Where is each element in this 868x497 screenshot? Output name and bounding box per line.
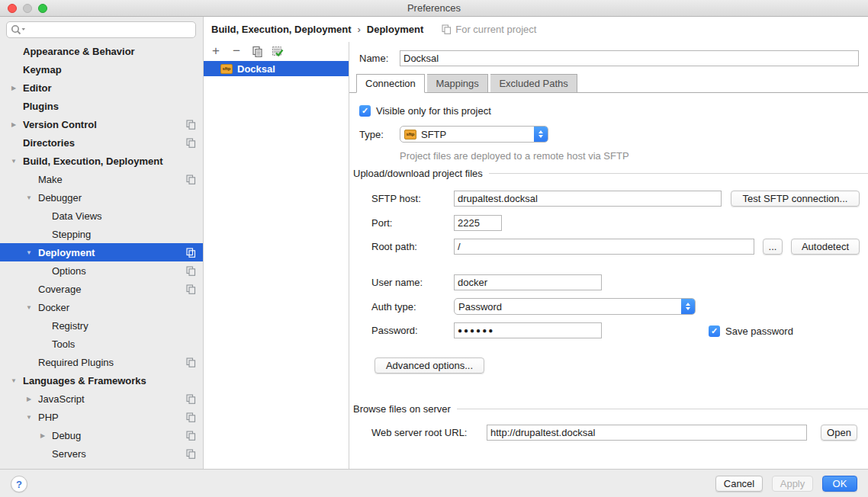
sidebar-item-options[interactable]: ▶Options: [0, 261, 203, 280]
sidebar-item-servers[interactable]: ▶Servers: [0, 444, 203, 463]
sftp-host-input[interactable]: [454, 191, 722, 207]
visible-project-checkbox[interactable]: ✓: [359, 105, 371, 117]
preferences-window: Preferences ▶Appearance & Behavior▶Keyma…: [0, 0, 868, 497]
sidebar-item-stepping[interactable]: ▶Stepping: [0, 225, 203, 243]
per-project-pages-icon: [186, 449, 196, 459]
use-as-default-icon[interactable]: [271, 44, 285, 58]
sidebar-item-appearance-behavior[interactable]: ▶Appearance & Behavior: [0, 42, 203, 60]
tab-excluded-paths[interactable]: Excluded Paths: [490, 74, 577, 93]
root-path-input[interactable]: [454, 239, 754, 255]
settings-search-input[interactable]: [6, 21, 196, 38]
expand-arrow-icon[interactable]: ▶: [9, 121, 18, 128]
sidebar-item-data-views[interactable]: ▶Data Views: [0, 207, 203, 225]
sidebar-item-label: Data Views: [52, 210, 102, 222]
visible-project-label: Visible only for this project: [376, 105, 491, 117]
settings-tree: ▶Appearance & Behavior▶Keymap▶Editor▶Plu…: [0, 42, 203, 463]
sidebar-item-registry[interactable]: ▶Registry: [0, 316, 203, 335]
add-icon[interactable]: +: [209, 44, 223, 58]
sidebar-item-debugger[interactable]: ▼Debugger: [0, 188, 203, 207]
sidebar-item-label: Appearance & Behavior: [23, 46, 135, 57]
sidebar-item-label: Debug: [52, 430, 81, 441]
expand-arrow-icon[interactable]: ▶: [38, 432, 47, 439]
collapse-arrow-icon[interactable]: ▼: [24, 194, 34, 201]
sidebar-item-label: Directories: [23, 137, 75, 149]
port-label: Port:: [371, 215, 392, 231]
sidebar-item-label: Docker: [38, 302, 69, 313]
search-icon: [11, 24, 27, 35]
password-input[interactable]: [454, 322, 602, 338]
test-sftp-connection-button[interactable]: Test SFTP connection...: [731, 191, 860, 207]
user-name-label: User name:: [371, 274, 423, 290]
open-url-button[interactable]: Open: [821, 425, 857, 441]
sidebar-item-label: Plugins: [23, 101, 59, 112]
web-root-input[interactable]: [487, 425, 807, 441]
per-project-pages-icon: [186, 358, 196, 367]
browse-section-label: Browse files on server: [353, 403, 451, 415]
port-input[interactable]: [454, 215, 502, 231]
sidebar-item-version-control[interactable]: ▶Version Control: [0, 115, 203, 133]
copy-icon[interactable]: [250, 44, 264, 58]
per-project-pages-icon: [186, 412, 196, 422]
collapse-arrow-icon[interactable]: ▼: [24, 249, 34, 256]
server-list-pane: + − sftp: [204, 42, 349, 469]
dropdown-stepper-icon: [681, 299, 695, 314]
per-project-pages-icon: [186, 284, 196, 294]
sidebar-item-make[interactable]: ▶Make: [0, 170, 203, 188]
sidebar-item-coverage[interactable]: ▶Coverage: [0, 280, 203, 298]
user-name-input[interactable]: [454, 274, 602, 290]
sidebar-item-label: Languages & Frameworks: [23, 375, 146, 386]
sidebar-item-required-plugins[interactable]: ▶Required Plugins: [0, 353, 203, 371]
ok-button[interactable]: OK: [822, 476, 857, 492]
upload-section-header: Upload/download project files: [353, 168, 868, 179]
save-password-checkbox[interactable]: ✓: [709, 325, 720, 337]
sftp-type-icon: sftp: [404, 130, 416, 139]
sidebar-item-directories[interactable]: ▶Directories: [0, 133, 203, 152]
sidebar-item-docker[interactable]: ▼Docker: [0, 298, 203, 316]
cancel-button[interactable]: Cancel: [715, 476, 763, 492]
help-button[interactable]: ?: [11, 476, 27, 492]
tab-connection[interactable]: Connection: [356, 74, 425, 93]
expand-arrow-icon[interactable]: ▶: [24, 396, 34, 402]
browse-root-path-button[interactable]: ...: [763, 239, 783, 255]
auth-type-value: Password: [458, 301, 502, 313]
sidebar-item-keymap[interactable]: ▶Keymap: [0, 60, 203, 79]
type-label-wrap: Type:: [359, 126, 384, 143]
type-dropdown[interactable]: sftp SFTP: [400, 126, 548, 143]
advanced-options-button[interactable]: Advanced options...: [375, 358, 484, 374]
dropdown-stepper-icon: [534, 127, 548, 142]
auth-type-dropdown[interactable]: Password: [454, 298, 696, 315]
sidebar-item-javascript[interactable]: ▶JavaScript: [0, 390, 203, 408]
collapse-arrow-icon[interactable]: ▼: [9, 377, 18, 384]
sidebar-item-label: Build, Execution, Deployment: [23, 156, 162, 167]
name-input[interactable]: [400, 50, 859, 66]
sidebar-item-label: Version Control: [23, 119, 97, 130]
sidebar-item-tools[interactable]: ▶Tools: [0, 335, 203, 353]
sidebar-item-php[interactable]: ▼PHP: [0, 408, 203, 426]
name-label: Name:: [359, 53, 388, 64]
sidebar-item-editor[interactable]: ▶Editor: [0, 79, 203, 97]
sidebar-item-languages-frameworks[interactable]: ▼Languages & Frameworks: [0, 371, 203, 390]
server-list-item-docksal[interactable]: sftp Docksal: [204, 61, 349, 76]
auth-type-label: Auth type:: [371, 298, 416, 315]
collapse-arrow-icon[interactable]: ▼: [9, 158, 18, 165]
sidebar-item-label: Deployment: [38, 247, 95, 258]
sidebar-item-build-execution-deployment[interactable]: ▼Build, Execution, Deployment: [0, 152, 203, 170]
sidebar-item-debug[interactable]: ▶Debug: [0, 426, 203, 444]
autodetect-button[interactable]: Autodetect: [791, 239, 860, 255]
remove-icon[interactable]: −: [230, 44, 243, 58]
section-divider: [457, 409, 868, 409]
sidebar-item-deployment[interactable]: ▼Deployment: [0, 243, 203, 261]
tab-mappings[interactable]: Mappings: [427, 74, 487, 93]
breadcrumb-section[interactable]: Build, Execution, Deployment: [211, 24, 351, 35]
footer-bar: ? Cancel Apply OK: [0, 469, 868, 497]
per-project-pages-icon: [186, 394, 196, 404]
for-current-project-icon: [442, 24, 452, 34]
scope-label: For current project: [455, 24, 536, 35]
apply-button[interactable]: Apply: [772, 476, 813, 492]
collapse-arrow-icon[interactable]: ▼: [24, 304, 34, 311]
sidebar-item-plugins[interactable]: ▶Plugins: [0, 97, 203, 115]
per-project-pages-icon: [186, 266, 196, 276]
expand-arrow-icon[interactable]: ▶: [9, 85, 18, 91]
collapse-arrow-icon[interactable]: ▼: [24, 414, 34, 421]
section-divider: [489, 173, 868, 174]
